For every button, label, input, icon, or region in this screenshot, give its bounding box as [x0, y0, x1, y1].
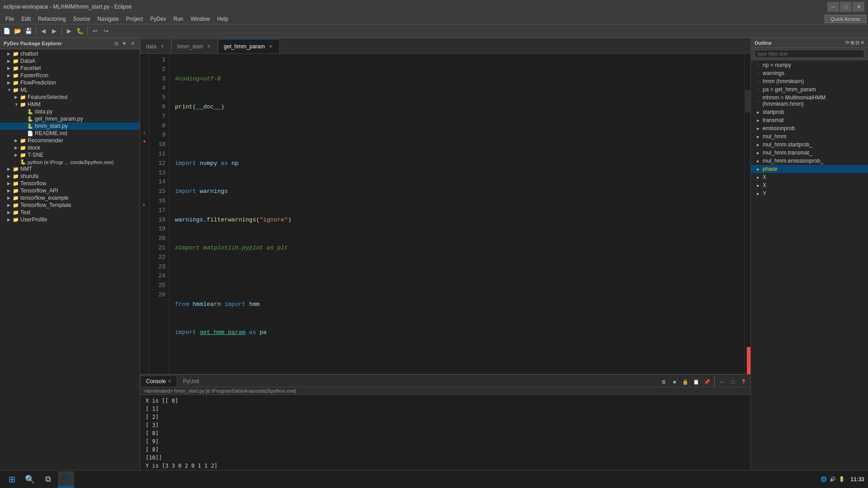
explorer-collapse-icon[interactable]: ⊟: [113, 40, 120, 47]
close-button[interactable]: ✕: [853, 2, 864, 12]
outline-sync-icon[interactable]: ⟳: [845, 40, 849, 46]
tree-item-python-exe[interactable]: 🐍 python (e:\Progr ... conda3\python.exe…: [0, 159, 140, 165]
toolbar-back[interactable]: ◀: [38, 26, 48, 36]
toolbar-new[interactable]: 📄: [2, 26, 12, 36]
outline-item-x1[interactable]: ● X: [751, 173, 868, 181]
outline-item-startprob[interactable]: ● startprob: [751, 108, 868, 116]
menu-window[interactable]: Window: [187, 15, 214, 23]
tree-item-userprofile[interactable]: ▶ 📁 UserProfile: [0, 216, 140, 223]
maximize-button[interactable]: □: [840, 2, 852, 12]
tab-hmm-start-close[interactable]: ✕: [206, 43, 212, 50]
console-output[interactable]: X is [[ 0] [ 1] [ 2] [ 3] [ 8] [ 9] [ 8]…: [140, 395, 750, 478]
console-tab-console[interactable]: Console ✕: [140, 375, 177, 387]
outline-item-pa[interactable]: ○ pa = get_hmm_param: [751, 85, 868, 94]
outline-item-x2[interactable]: ● X: [751, 181, 868, 189]
toolbar-redo[interactable]: ↪: [101, 26, 111, 36]
tree-item-tensorflow-api[interactable]: ▶ 📁 Tensorflow_API: [0, 187, 140, 194]
console-copy[interactable]: 📋: [691, 377, 701, 387]
tree-item-shurufa[interactable]: ▶ 📁 shurufa: [0, 173, 140, 180]
tree-item-facenet[interactable]: ▶ 📁 FaceNet: [0, 65, 140, 72]
console-pin[interactable]: 📍: [739, 377, 749, 387]
outline-item-hmm[interactable]: ○ hmm (hmmlearn): [751, 77, 868, 85]
taskbar-taskview-icon[interactable]: ⧉: [40, 471, 56, 488]
tab-data-close[interactable]: ✕: [159, 43, 165, 50]
menu-file[interactable]: File: [2, 15, 18, 23]
tree-item-dataa[interactable]: ▶ 📁 DataA: [0, 57, 140, 65]
menu-help[interactable]: Help: [213, 15, 232, 23]
taskbar-search-icon[interactable]: 🔍: [22, 471, 38, 488]
tree-item-nmt[interactable]: ▶ 📁 NMT: [0, 165, 140, 173]
gutter-8: [140, 119, 149, 128]
tree-item-data-py[interactable]: 🐍 data.py: [0, 108, 140, 115]
menu-refactoring[interactable]: Refactoring: [34, 15, 69, 23]
tree-item-readme[interactable]: 📄 README.md: [0, 130, 140, 137]
toolbar-undo[interactable]: ↩: [90, 26, 100, 36]
outline-item-mhmm[interactable]: ○ mhmm = MultinomialHMM (hmmlearn.hmm): [751, 94, 868, 108]
tree-item-hmm-start[interactable]: 🐍 hmm_start.py: [0, 122, 140, 130]
tab-hmm-start[interactable]: hmm_start ✕: [171, 39, 218, 53]
menu-project[interactable]: Project: [123, 15, 146, 23]
tree-item-featureselected[interactable]: ▶ 📁 FeatureSelected: [0, 94, 140, 101]
menu-navigate[interactable]: Navigate: [94, 15, 122, 23]
outline-item-phase[interactable]: ● phase: [751, 165, 868, 173]
console-terminate[interactable]: ■: [670, 377, 679, 387]
tree-item-tensorflow[interactable]: ▶ 📁 Tensorflow: [0, 180, 140, 187]
outline-collapse-icon[interactable]: ⊟: [855, 40, 859, 46]
taskbar-eclipse-app[interactable]: 🌑: [58, 471, 74, 488]
tree-item-get-hmm-param[interactable]: 🐍 get_hmm_param.py: [0, 115, 140, 122]
tree-label: NMT: [20, 166, 32, 172]
toolbar-forward[interactable]: ▶: [49, 26, 59, 36]
tab-data[interactable]: data ✕: [140, 39, 171, 53]
toolbar-debug[interactable]: 🐛: [75, 26, 85, 36]
expand-arrow: ▶: [7, 66, 12, 70]
menu-pydev[interactable]: PyDev: [146, 15, 170, 23]
outline-item-emissionprob[interactable]: ● emissionprob: [751, 124, 868, 132]
tree-item-fasterrcnn[interactable]: ▶ 📁 FasterRcnn: [0, 72, 140, 79]
console-minimize[interactable]: ─: [717, 377, 727, 387]
outline-item-transmat[interactable]: ● transmat: [751, 116, 868, 124]
tree-item-tensorflow-template[interactable]: ▶ 📁 Tensorflow_Template: [0, 202, 140, 209]
tree-item-tensorflow-example[interactable]: ▶ 📁 tensorflow_example: [0, 194, 140, 202]
outline-item-mul-hmm-transmat[interactable]: ● mul_hmm.transmat_: [751, 149, 868, 157]
tab-get-hmm-param[interactable]: get_hmm_param ✕: [218, 39, 280, 53]
outline-item-warnings[interactable]: ○ warnings: [751, 69, 868, 77]
code-content-area[interactable]: #coding=utf-8 print(__doc__) import nump…: [170, 54, 744, 374]
tree-item-flowprediction[interactable]: ▶ 📁 FlowPrediction: [0, 79, 140, 86]
console-paste[interactable]: 📌: [702, 377, 712, 387]
outline-item-mul-hmm-emissionprob[interactable]: ● mul_hmm.emissionprob_: [751, 157, 868, 165]
outline-expand-icon[interactable]: ⊞: [850, 40, 854, 46]
toolbar-open[interactable]: 📂: [13, 26, 23, 36]
tree-item-test[interactable]: ▶ 📁 Test: [0, 209, 140, 216]
outline-filter-input[interactable]: [755, 50, 864, 58]
menu-bar: File Edit Refactoring Source Navigate Pr…: [0, 14, 868, 24]
menu-source[interactable]: Source: [69, 15, 94, 23]
console-tab-close[interactable]: ✕: [168, 379, 171, 384]
outline-item-np[interactable]: ○ np = numpy: [751, 61, 868, 69]
quick-access-button[interactable]: Quick Access: [825, 15, 866, 23]
console-tab-pyunit[interactable]: PyUnit: [177, 375, 205, 387]
explorer-menu-icon[interactable]: ▼: [121, 40, 128, 47]
tab-get-hmm-param-close[interactable]: ✕: [268, 43, 274, 50]
console-clear[interactable]: 🗑: [659, 377, 669, 387]
outline-item-mul-hmm-startprob[interactable]: ● mul_hmm.startprob_: [751, 141, 868, 149]
tree-item-tsne[interactable]: ▶ 📁 T-SNE: [0, 151, 140, 159]
taskbar-windows-icon[interactable]: ⊞: [4, 471, 20, 488]
console-scroll-lock[interactable]: 🔒: [680, 377, 690, 387]
tree-item-ml[interactable]: ▼ 📁 ML: [0, 86, 140, 94]
toolbar-save[interactable]: 💾: [24, 26, 33, 36]
menu-edit[interactable]: Edit: [18, 15, 34, 23]
outline-item-y[interactable]: ● Y: [751, 189, 868, 197]
outline-close-icon[interactable]: ✕: [860, 40, 864, 46]
outline-label: Y: [763, 190, 766, 197]
tree-item-hmm[interactable]: ▼ 📁 HMM: [0, 101, 140, 108]
menu-run[interactable]: Run: [170, 15, 187, 23]
tree-item-chatbot[interactable]: ▶ 📁 chatbot: [0, 50, 140, 57]
tree-item-stock[interactable]: ▶ 📁 stock: [0, 144, 140, 151]
tree-item-recommender[interactable]: ▶ 📁 Recommender: [0, 137, 140, 144]
minimize-button[interactable]: ─: [827, 2, 839, 12]
outline-item-mul-hmm[interactable]: ● mul_hmm: [751, 132, 868, 141]
toolbar-run[interactable]: ▶: [64, 26, 74, 36]
outline-var-icon: ●: [755, 158, 761, 164]
console-maximize[interactable]: □: [728, 377, 738, 387]
explorer-close-icon[interactable]: ✕: [129, 40, 136, 47]
